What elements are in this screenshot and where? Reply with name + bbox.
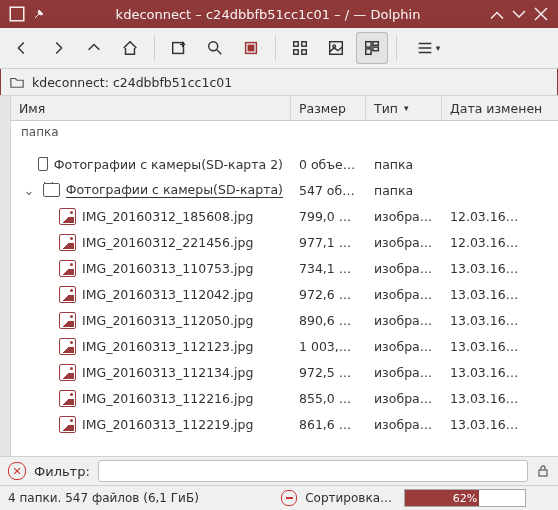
svg-rect-8 [302, 50, 307, 55]
image-file-icon [59, 260, 76, 277]
cell-size: 547 об… [291, 183, 366, 198]
file-row[interactable]: IMG_20160312_221456.jpg977,1 К…изображе…… [11, 229, 558, 255]
details-view-button[interactable] [356, 32, 388, 64]
cancel-operation-button[interactable] [281, 490, 297, 506]
status-bar: 4 папки. 547 файлов (6,1 ГиБ) Сортировка… [0, 485, 558, 510]
chevron-down-icon: ▾ [436, 43, 441, 53]
maximize-button[interactable] [510, 5, 528, 23]
cell-size: 972,6 К… [291, 287, 366, 302]
file-row[interactable]: IMG_20160313_112216.jpg855,0 К…изображе…… [11, 385, 558, 411]
column-header-type[interactable]: Тип▾ [366, 96, 442, 120]
toolbar: ▾ [0, 28, 558, 69]
column-header-size[interactable]: Размер [291, 96, 366, 120]
image-file-icon [59, 286, 76, 303]
file-table: Имя Размер Тип▾ Дата изменен папкаФотогр… [11, 96, 558, 456]
filter-label: Фильтр: [34, 464, 90, 479]
home-button[interactable] [114, 32, 146, 64]
close-filter-button[interactable]: ✕ [8, 462, 26, 480]
path-bar[interactable]: kdeconnect: c24dbbfb51cc1c01 [0, 69, 558, 96]
control-menu-button[interactable]: ▾ [405, 32, 451, 64]
svg-rect-13 [366, 49, 371, 54]
preview-view-button[interactable] [320, 32, 352, 64]
cell-type: папка [366, 157, 442, 172]
file-name: IMG_20160313_112042.jpg [82, 287, 253, 302]
cell-date: 13.03.16… [442, 261, 558, 276]
new-folder-button[interactable] [163, 32, 195, 64]
svg-rect-5 [294, 42, 299, 47]
left-gutter [0, 96, 11, 456]
svg-rect-12 [373, 42, 378, 46]
file-row[interactable]: IMG_20160312_185608.jpg799,0 К…изображе…… [11, 203, 558, 229]
cell-type: изображе… [366, 261, 442, 276]
cell-size: 799,0 К… [291, 209, 366, 224]
column-header-name[interactable]: Имя [11, 96, 291, 120]
file-name: IMG_20160313_112216.jpg [82, 391, 253, 406]
image-file-icon [59, 338, 76, 355]
cell-date: 13.03.16… [442, 339, 558, 354]
cell-size: 855,0 К… [291, 391, 366, 406]
collapse-icon[interactable]: ⌄ [23, 183, 35, 198]
pin-icon[interactable] [30, 5, 48, 23]
folder-row[interactable]: Фотографии с камеры(SD-карта 2)0 объек…п… [11, 151, 558, 177]
cell-date: 13.03.16… [442, 313, 558, 328]
cell-type: изображе… [366, 313, 442, 328]
dolphin-window: kdeconnect – c24dbbfb51cc1c01 – / — Dolp… [0, 0, 558, 510]
sort-progress-label: Сортировка… [305, 491, 392, 505]
filter-bar: ✕ Фильтр: [0, 456, 558, 485]
image-file-icon [59, 416, 76, 433]
file-row[interactable]: IMG_20160313_112042.jpg972,6 К…изображе…… [11, 281, 558, 307]
folder-name: Фотографии с камеры(SD-карта 2) [54, 157, 283, 172]
progress-bar: 62% [404, 489, 526, 507]
close-button[interactable] [532, 5, 550, 23]
folder-icon [10, 75, 24, 89]
status-text: 4 папки. 547 файлов (6,1 ГиБ) [8, 491, 273, 505]
cell-size: 890,6 К… [291, 313, 366, 328]
table-body[interactable]: папкаФотографии с камеры(SD-карта 2)0 об… [11, 121, 558, 456]
folder-name: Фотографии с камеры(SD-карта) [66, 182, 283, 198]
image-file-icon [59, 312, 76, 329]
lock-icon[interactable] [536, 464, 550, 478]
search-button[interactable] [199, 32, 231, 64]
column-header-date[interactable]: Дата изменен [442, 96, 558, 120]
separator [396, 35, 397, 61]
separator [154, 35, 155, 61]
file-name: IMG_20160312_185608.jpg [82, 209, 253, 224]
app-menu-icon[interactable] [8, 5, 26, 23]
minimize-button[interactable] [488, 5, 506, 23]
titlebar[interactable]: kdeconnect – c24dbbfb51cc1c01 – / — Dolp… [0, 0, 558, 28]
file-row[interactable]: IMG_20160313_112050.jpg890,6 К…изображе…… [11, 307, 558, 333]
file-name: IMG_20160313_112219.jpg [82, 417, 253, 432]
folder-row[interactable]: ⌄Фотографии с камеры(SD-карта)547 об…пап… [11, 177, 558, 203]
cell-date: 12.03.16… [442, 209, 558, 224]
cell-size: 1 003,… [291, 339, 366, 354]
image-file-icon [59, 208, 76, 225]
progress-label: 62% [405, 490, 525, 506]
file-row[interactable]: IMG_20160313_112134.jpg972,5 К…изображе…… [11, 359, 558, 385]
cell-type: папка [366, 183, 442, 198]
file-name: IMG_20160313_112134.jpg [82, 365, 253, 380]
svg-rect-15 [539, 470, 547, 476]
file-row[interactable]: IMG_20160313_112123.jpg1 003,…изображе…1… [11, 333, 558, 359]
forward-button[interactable] [42, 32, 74, 64]
up-button[interactable] [78, 32, 110, 64]
cell-date: 12.03.16… [442, 235, 558, 250]
cell-type: изображе… [366, 339, 442, 354]
group-label: папка [11, 121, 558, 143]
sort-indicator-icon: ▾ [404, 103, 409, 113]
cell-size: 972,5 К… [291, 365, 366, 380]
file-row[interactable]: IMG_20160313_112219.jpg861,6 К…изображе…… [11, 411, 558, 437]
cell-date: 13.03.16… [442, 365, 558, 380]
folder-icon [38, 157, 48, 171]
svg-point-2 [209, 42, 218, 51]
stop-button[interactable] [235, 32, 267, 64]
back-button[interactable] [6, 32, 38, 64]
folder-icon [43, 183, 60, 197]
file-row[interactable]: IMG_20160313_110753.jpg734,1 К…изображе…… [11, 255, 558, 281]
svg-rect-4 [248, 45, 253, 50]
image-file-icon [59, 364, 76, 381]
icons-view-button[interactable] [284, 32, 316, 64]
cell-size: 861,6 К… [291, 417, 366, 432]
filter-input[interactable] [98, 460, 528, 482]
cell-date: 13.03.16… [442, 391, 558, 406]
cell-type: изображе… [366, 391, 442, 406]
